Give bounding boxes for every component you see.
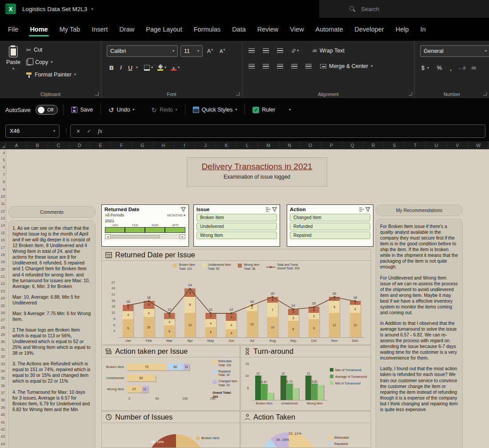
column-header-C[interactable]: C (48, 141, 69, 149)
slicer-item-refunded[interactable]: Refunded (290, 223, 370, 230)
formula-field[interactable]: × ✓ fx (70, 124, 485, 138)
increase-decimal-icon[interactable]: ←.0 (458, 66, 465, 70)
filter-icon[interactable] (365, 207, 370, 212)
name-box[interactable]: X46 ▾ (5, 124, 60, 138)
column-header-P[interactable]: P (321, 141, 342, 149)
redo-button[interactable]: ↻ Redo ▾ (149, 105, 179, 115)
row-header-10[interactable]: 10 (0, 193, 6, 200)
column-header-H[interactable]: H (153, 141, 174, 149)
row-header-33[interactable]: 33 (0, 360, 6, 368)
row-header-24[interactable]: 24 (0, 295, 6, 302)
row-header-26[interactable]: 26 (0, 309, 6, 316)
row-header-5[interactable]: 5 (0, 156, 6, 164)
row-header-4[interactable]: 4 (0, 149, 6, 156)
align-center-button[interactable] (261, 63, 271, 70)
column-header-W[interactable]: W (468, 141, 489, 149)
row-header-31[interactable]: 31 (0, 346, 6, 353)
toolbar-overflow-icon[interactable]: ▾ (289, 108, 291, 112)
row-header-22[interactable]: 22 (0, 280, 6, 288)
paste-button[interactable]: Paste ▾ (6, 46, 20, 98)
autosave-toggle[interactable]: Off (36, 105, 58, 115)
row-header-30[interactable]: 30 (0, 339, 6, 346)
row-header-13[interactable]: 13 (0, 215, 6, 222)
decrease-indent-button[interactable] (289, 63, 299, 70)
clear-filter-icon[interactable] (181, 207, 186, 212)
column-header-D[interactable]: D (69, 141, 90, 149)
row-header-42[interactable]: 42 (0, 426, 6, 433)
timeline-month-feb[interactable] (125, 227, 145, 233)
format-painter-button[interactable]: Format Painter ▾ (24, 70, 78, 79)
row-header-14[interactable]: 14 (0, 222, 6, 229)
font-name-select[interactable]: Calibri▾ (107, 45, 178, 57)
menu-tab-data[interactable]: Data (226, 19, 252, 40)
row-header-20[interactable]: 20 (0, 266, 6, 273)
bottom-align-button[interactable] (275, 47, 285, 54)
timeline-month-jan[interactable] (105, 227, 125, 233)
row-header-39[interactable]: 39 (0, 404, 6, 411)
row-header-19[interactable]: 19 (0, 259, 6, 266)
row-header-8[interactable]: 8 (0, 179, 6, 186)
row-header-27[interactable]: 27 (0, 317, 6, 324)
column-header-U[interactable]: U (426, 141, 447, 149)
enter-icon[interactable]: ✓ (87, 128, 91, 134)
cut-button[interactable]: ✂ Cut (24, 45, 78, 54)
column-header-R[interactable]: R (363, 141, 384, 149)
row-header-38[interactable]: 38 (0, 397, 6, 404)
currency-button[interactable]: $▾ (420, 64, 430, 72)
menu-tab-draw[interactable]: Draw (113, 19, 140, 40)
column-header-J[interactable]: J (195, 141, 216, 149)
row-header-36[interactable]: 36 (0, 382, 6, 389)
row-header-18[interactable]: 18 (0, 251, 6, 258)
copy-button[interactable]: Copy ▾ (24, 58, 78, 67)
clipboard-dialog-launcher-icon[interactable] (95, 92, 99, 96)
increase-indent-button[interactable] (304, 63, 313, 70)
row-header-17[interactable]: 17 (0, 244, 6, 251)
row-header-15[interactable]: 15 (0, 229, 6, 236)
column-header-M[interactable]: M (258, 141, 279, 149)
shrink-font-button[interactable]: A (218, 47, 227, 55)
row-header-34[interactable]: 34 (0, 368, 6, 375)
menu-tab-insert[interactable]: Insert (86, 19, 113, 40)
chart-action-taken-per-issue[interactable]: Action taken per Issue Broken Item723011… (101, 345, 240, 411)
timeline-month-apr[interactable] (165, 227, 185, 233)
orientation-button[interactable]: ab▾ (289, 47, 301, 54)
row-header-21[interactable]: 21 (0, 273, 6, 280)
row-header-12[interactable]: 12 (0, 208, 6, 215)
fill-color-button[interactable]: ▾ (156, 64, 168, 72)
italic-button[interactable]: I (117, 63, 125, 72)
chevron-down-icon[interactable]: ▾ (91, 7, 93, 11)
ruler-checkbox[interactable]: Ruler (250, 105, 277, 115)
timeline-month-mar[interactable] (145, 227, 165, 233)
slicer-item-repaired[interactable]: Repaired (290, 232, 370, 239)
column-header-B[interactable]: B (27, 141, 48, 149)
menu-tab-developer[interactable]: Developer (349, 19, 390, 40)
slicer-item-wrong-item[interactable]: Wrong Item (196, 232, 277, 239)
column-header-N[interactable]: N (279, 141, 300, 149)
number-format-select[interactable]: General▾ (420, 45, 489, 57)
workbook-title[interactable]: Logistics Data Set M2L3 (22, 6, 87, 12)
row-header-43[interactable]: 43 (0, 433, 6, 440)
align-left-button[interactable] (247, 63, 257, 70)
borders-button[interactable]: ▾ (142, 64, 155, 72)
bold-button[interactable]: B (107, 64, 116, 72)
column-header-F[interactable]: F (111, 141, 132, 149)
row-header-28[interactable]: 28 (0, 324, 6, 331)
drag-handle-icon[interactable]: ⋮ (64, 128, 69, 134)
column-header-A[interactable]: A (6, 141, 27, 149)
chart-action-taken[interactable]: Action Taken 22, 11% 30, 15% Refunded Re… (240, 411, 371, 448)
chart-returned-date-per-issue[interactable]: Returned Date per Issue Broken ItemTotal… (101, 249, 371, 345)
menu-tab-review[interactable]: Review (252, 19, 285, 40)
timeline-scroll-left-icon[interactable]: ◄ (105, 234, 111, 239)
comma-style-button[interactable]: , (449, 63, 453, 72)
slicer-item-changed-item[interactable]: Changed Item (290, 214, 370, 221)
chart-number-of-issues[interactable]: Number of Issues 38, 19% Broken Item (101, 411, 240, 448)
row-header-9[interactable]: 9 (0, 186, 6, 193)
filter-icon[interactable] (272, 207, 277, 212)
column-header-L[interactable]: L (237, 141, 258, 149)
save-button[interactable]: Save (69, 105, 95, 114)
row-header-11[interactable]: 11 (0, 200, 6, 208)
column-header-V[interactable]: V (447, 141, 468, 149)
row-header-25[interactable]: 25 (0, 302, 6, 309)
menu-tab-in[interactable]: In (415, 19, 432, 40)
top-align-button[interactable] (247, 47, 257, 54)
